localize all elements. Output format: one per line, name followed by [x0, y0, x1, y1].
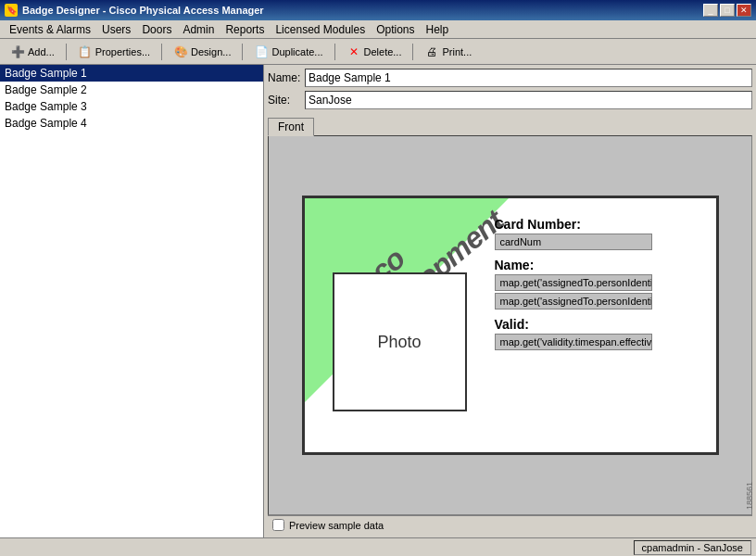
app-icon: 🔖 — [5, 4, 18, 17]
close-button[interactable]: ✕ — [737, 4, 751, 17]
menu-help[interactable]: Help — [421, 22, 455, 37]
properties-button[interactable]: 📋 Properties... — [71, 42, 157, 62]
card-number-row: Card Number: cardNum — [495, 217, 707, 250]
menu-options[interactable]: Options — [371, 22, 420, 37]
menu-reports[interactable]: Reports — [220, 22, 270, 37]
design-icon: 🎨 — [173, 44, 188, 59]
site-input[interactable] — [305, 91, 752, 109]
badge-name-row: Name: map.get('assignedTo.personIdentifi… — [495, 258, 707, 310]
toolbar: ➕ Add... 📋 Properties... 🎨 Design... 📄 D… — [0, 39, 756, 65]
design-button[interactable]: 🎨 Design... — [167, 42, 237, 62]
badge-preview-area: Cisco Development Photo Card Number: car… — [268, 135, 752, 515]
window-title: Badge Designer - Cisco Physical Access M… — [22, 5, 264, 16]
properties-icon: 📋 — [78, 44, 93, 59]
toolbar-separator-2 — [161, 44, 162, 60]
card-number-value: cardNum — [495, 234, 652, 250]
status-right: cpamadmin - SanJose — [634, 540, 751, 555]
toolbar-separator-5 — [412, 44, 413, 60]
duplicate-icon: 📄 — [254, 44, 269, 59]
menu-users[interactable]: Users — [96, 22, 136, 37]
status-bar: cpamadmin - SanJose — [0, 537, 756, 556]
add-button[interactable]: ➕ Add... — [4, 42, 61, 62]
toolbar-separator-4 — [334, 44, 335, 60]
valid-value: map.get('validity.timespan.effectiveDat — [495, 334, 652, 350]
card-number-label: Card Number: — [495, 217, 707, 232]
menu-bar: Events & Alarms Users Doors Admin Report… — [0, 20, 756, 39]
restore-button[interactable]: □ — [720, 4, 735, 17]
list-item-1[interactable]: Badge Sample 1 — [0, 65, 263, 82]
delete-icon: ✕ — [346, 44, 361, 59]
valid-row: Valid: map.get('validity.timespan.effect… — [495, 317, 707, 350]
badge-name-value2: map.get('assignedTo.personIdentifier. — [495, 293, 652, 310]
photo-label: Photo — [377, 333, 421, 352]
menu-licensed-modules[interactable]: Licensed Modules — [270, 22, 371, 37]
list-item-3[interactable]: Badge Sample 3 — [0, 98, 263, 115]
site-row: Site: — [268, 91, 752, 109]
add-icon: ➕ — [10, 44, 25, 59]
tab-bar: Front — [268, 117, 752, 135]
badge-right-content: Card Number: cardNum Name: map.get('assi… — [495, 217, 707, 358]
toolbar-separator-3 — [242, 44, 243, 60]
vertical-tag: 188561 — [745, 482, 754, 510]
main-layout: Badge Sample 1 Badge Sample 2 Badge Samp… — [0, 65, 756, 537]
duplicate-button[interactable]: 📄 Duplicate... — [247, 42, 329, 62]
menu-admin[interactable]: Admin — [177, 22, 220, 37]
valid-label: Valid: — [495, 317, 707, 332]
title-bar: 🔖 Badge Designer - Cisco Physical Access… — [0, 0, 756, 20]
menu-doors[interactable]: Doors — [136, 22, 177, 37]
badge-card: Cisco Development Photo Card Number: car… — [302, 196, 719, 455]
name-input[interactable] — [305, 69, 752, 87]
list-item-2[interactable]: Badge Sample 2 — [0, 82, 263, 98]
toolbar-separator-1 — [66, 44, 67, 60]
preview-label[interactable]: Preview sample data — [289, 520, 384, 531]
window-controls: _ □ ✕ — [703, 4, 751, 17]
status-user: cpamadmin - SanJose — [634, 540, 751, 555]
list-item-4[interactable]: Badge Sample 4 — [0, 115, 263, 132]
preview-bar: Preview sample data — [268, 515, 752, 534]
tab-front[interactable]: Front — [268, 118, 314, 136]
print-button[interactable]: 🖨 Print... — [418, 42, 478, 62]
badge-name-label: Name: — [495, 258, 707, 272]
preview-checkbox[interactable] — [272, 519, 284, 531]
delete-button[interactable]: ✕ Delete... — [340, 42, 409, 62]
name-row: Name: — [268, 69, 752, 87]
name-label: Name: — [268, 71, 305, 84]
badge-photo: Photo — [333, 272, 467, 411]
badge-name-value1: map.get('assignedTo.personIdentifier. — [495, 274, 652, 291]
detail-panel: Name: Site: Front Cisco Development — [264, 65, 756, 537]
badge-list: Badge Sample 1 Badge Sample 2 Badge Samp… — [0, 65, 264, 537]
minimize-button[interactable]: _ — [703, 4, 718, 17]
print-icon: 🖨 — [424, 44, 439, 59]
site-label: Site: — [268, 94, 305, 107]
menu-events-alarms[interactable]: Events & Alarms — [4, 22, 96, 37]
